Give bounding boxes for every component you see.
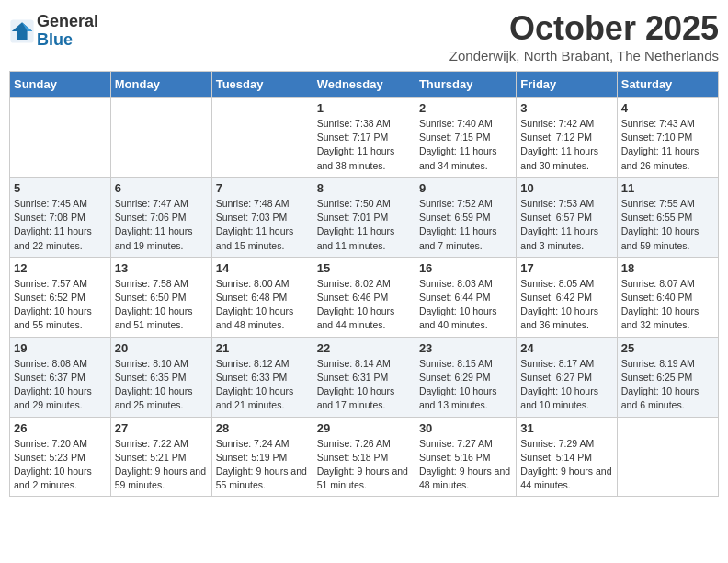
calendar-cell (110, 98, 211, 178)
calendar-cell (10, 98, 111, 178)
calendar-cell: 22Sunrise: 8:14 AM Sunset: 6:31 PM Dayli… (313, 337, 415, 417)
day-number: 6 (115, 181, 208, 195)
month-title: October 2025 (449, 9, 719, 48)
day-info: Sunrise: 7:20 AM Sunset: 5:23 PM Dayligh… (14, 437, 107, 493)
calendar-week-row: 19Sunrise: 8:08 AM Sunset: 6:37 PM Dayli… (10, 337, 719, 417)
logo-text: General Blue (37, 13, 98, 50)
day-info: Sunrise: 7:38 AM Sunset: 7:17 PM Dayligh… (317, 117, 411, 173)
calendar-cell: 31Sunrise: 7:29 AM Sunset: 5:14 PM Dayli… (517, 417, 617, 497)
weekday-header-friday: Friday (517, 72, 617, 98)
day-number: 4 (621, 101, 714, 115)
day-number: 17 (520, 261, 612, 275)
day-number: 1 (317, 101, 411, 115)
day-number: 27 (115, 421, 208, 435)
calendar-week-row: 12Sunrise: 7:57 AM Sunset: 6:52 PM Dayli… (10, 257, 719, 337)
calendar-cell: 12Sunrise: 7:57 AM Sunset: 6:52 PM Dayli… (10, 257, 111, 337)
day-info: Sunrise: 7:48 AM Sunset: 7:03 PM Dayligh… (216, 197, 309, 253)
calendar-cell: 23Sunrise: 8:15 AM Sunset: 6:29 PM Dayli… (415, 337, 516, 417)
calendar-cell: 17Sunrise: 8:05 AM Sunset: 6:42 PM Dayli… (517, 257, 617, 337)
calendar-cell: 3Sunrise: 7:42 AM Sunset: 7:12 PM Daylig… (517, 98, 617, 178)
title-block: October 2025 Zonderwijk, North Brabant, … (449, 9, 719, 63)
calendar-cell: 6Sunrise: 7:47 AM Sunset: 7:06 PM Daylig… (110, 177, 211, 257)
day-number: 22 (317, 341, 411, 355)
day-number: 31 (520, 421, 612, 435)
day-info: Sunrise: 8:05 AM Sunset: 6:42 PM Dayligh… (520, 277, 612, 333)
day-info: Sunrise: 8:00 AM Sunset: 6:48 PM Dayligh… (216, 277, 309, 333)
day-info: Sunrise: 7:26 AM Sunset: 5:18 PM Dayligh… (317, 437, 411, 493)
day-number: 13 (115, 261, 208, 275)
day-info: Sunrise: 7:50 AM Sunset: 7:01 PM Dayligh… (317, 197, 411, 253)
calendar-cell: 18Sunrise: 8:07 AM Sunset: 6:40 PM Dayli… (617, 257, 718, 337)
calendar-cell: 29Sunrise: 7:26 AM Sunset: 5:18 PM Dayli… (313, 417, 415, 497)
day-info: Sunrise: 8:19 AM Sunset: 6:25 PM Dayligh… (621, 357, 714, 413)
calendar-cell: 13Sunrise: 7:58 AM Sunset: 6:50 PM Dayli… (110, 257, 211, 337)
day-number: 21 (216, 341, 309, 355)
calendar-cell: 11Sunrise: 7:55 AM Sunset: 6:55 PM Dayli… (617, 177, 718, 257)
day-info: Sunrise: 8:02 AM Sunset: 6:46 PM Dayligh… (317, 277, 411, 333)
calendar-cell: 9Sunrise: 7:52 AM Sunset: 6:59 PM Daylig… (415, 177, 516, 257)
calendar-cell: 14Sunrise: 8:00 AM Sunset: 6:48 PM Dayli… (211, 257, 313, 337)
day-info: Sunrise: 7:42 AM Sunset: 7:12 PM Dayligh… (520, 117, 612, 173)
day-info: Sunrise: 7:40 AM Sunset: 7:15 PM Dayligh… (419, 117, 512, 173)
calendar-week-row: 5Sunrise: 7:45 AM Sunset: 7:08 PM Daylig… (10, 177, 719, 257)
calendar-cell: 26Sunrise: 7:20 AM Sunset: 5:23 PM Dayli… (10, 417, 111, 497)
day-number: 10 (520, 181, 612, 195)
day-info: Sunrise: 8:14 AM Sunset: 6:31 PM Dayligh… (317, 357, 411, 413)
day-number: 26 (14, 421, 107, 435)
calendar-cell: 8Sunrise: 7:50 AM Sunset: 7:01 PM Daylig… (313, 177, 415, 257)
day-info: Sunrise: 7:29 AM Sunset: 5:14 PM Dayligh… (520, 437, 612, 493)
day-info: Sunrise: 8:17 AM Sunset: 6:27 PM Dayligh… (520, 357, 612, 413)
day-info: Sunrise: 7:57 AM Sunset: 6:52 PM Dayligh… (14, 277, 107, 333)
day-number: 30 (419, 421, 512, 435)
day-number: 9 (419, 181, 512, 195)
calendar-cell: 4Sunrise: 7:43 AM Sunset: 7:10 PM Daylig… (617, 98, 718, 178)
calendar-cell: 27Sunrise: 7:22 AM Sunset: 5:21 PM Dayli… (110, 417, 211, 497)
day-info: Sunrise: 7:27 AM Sunset: 5:16 PM Dayligh… (419, 437, 512, 493)
weekday-header-wednesday: Wednesday (313, 72, 415, 98)
location: Zonderwijk, North Brabant, The Netherlan… (449, 48, 719, 63)
day-info: Sunrise: 7:52 AM Sunset: 6:59 PM Dayligh… (419, 197, 512, 253)
calendar-cell: 10Sunrise: 7:53 AM Sunset: 6:57 PM Dayli… (517, 177, 617, 257)
logo-icon (9, 18, 35, 44)
day-number: 16 (419, 261, 512, 275)
day-info: Sunrise: 7:47 AM Sunset: 7:06 PM Dayligh… (115, 197, 208, 253)
day-number: 25 (621, 341, 714, 355)
day-number: 24 (520, 341, 612, 355)
day-number: 8 (317, 181, 411, 195)
calendar-cell: 5Sunrise: 7:45 AM Sunset: 7:08 PM Daylig… (10, 177, 111, 257)
day-info: Sunrise: 8:03 AM Sunset: 6:44 PM Dayligh… (419, 277, 512, 333)
calendar-cell: 28Sunrise: 7:24 AM Sunset: 5:19 PM Dayli… (211, 417, 313, 497)
calendar-cell: 1Sunrise: 7:38 AM Sunset: 7:17 PM Daylig… (313, 98, 415, 178)
day-number: 7 (216, 181, 309, 195)
day-number: 18 (621, 261, 714, 275)
calendar-cell: 30Sunrise: 7:27 AM Sunset: 5:16 PM Dayli… (415, 417, 516, 497)
calendar-cell: 21Sunrise: 8:12 AM Sunset: 6:33 PM Dayli… (211, 337, 313, 417)
day-info: Sunrise: 8:08 AM Sunset: 6:37 PM Dayligh… (14, 357, 107, 413)
calendar-cell: 25Sunrise: 8:19 AM Sunset: 6:25 PM Dayli… (617, 337, 718, 417)
day-info: Sunrise: 7:24 AM Sunset: 5:19 PM Dayligh… (216, 437, 309, 493)
day-info: Sunrise: 8:07 AM Sunset: 6:40 PM Dayligh… (621, 277, 714, 333)
day-info: Sunrise: 7:43 AM Sunset: 7:10 PM Dayligh… (621, 117, 714, 173)
day-info: Sunrise: 8:15 AM Sunset: 6:29 PM Dayligh… (419, 357, 512, 413)
calendar-header-row: SundayMondayTuesdayWednesdayThursdayFrid… (10, 72, 719, 98)
logo: General Blue (9, 13, 98, 50)
day-info: Sunrise: 7:45 AM Sunset: 7:08 PM Dayligh… (14, 197, 107, 253)
day-info: Sunrise: 8:12 AM Sunset: 6:33 PM Dayligh… (216, 357, 309, 413)
calendar-table: SundayMondayTuesdayWednesdayThursdayFrid… (9, 71, 719, 497)
day-number: 11 (621, 181, 714, 195)
day-info: Sunrise: 7:53 AM Sunset: 6:57 PM Dayligh… (520, 197, 612, 253)
day-number: 14 (216, 261, 309, 275)
day-info: Sunrise: 7:58 AM Sunset: 6:50 PM Dayligh… (115, 277, 208, 333)
day-info: Sunrise: 7:22 AM Sunset: 5:21 PM Dayligh… (115, 437, 208, 493)
day-info: Sunrise: 7:55 AM Sunset: 6:55 PM Dayligh… (621, 197, 714, 253)
calendar-cell: 2Sunrise: 7:40 AM Sunset: 7:15 PM Daylig… (415, 98, 516, 178)
day-number: 29 (317, 421, 411, 435)
calendar-cell: 16Sunrise: 8:03 AM Sunset: 6:44 PM Dayli… (415, 257, 516, 337)
day-number: 12 (14, 261, 107, 275)
day-number: 3 (520, 101, 612, 115)
day-number: 23 (419, 341, 512, 355)
weekday-header-saturday: Saturday (617, 72, 718, 98)
calendar-cell: 19Sunrise: 8:08 AM Sunset: 6:37 PM Dayli… (10, 337, 111, 417)
calendar-cell (211, 98, 313, 178)
calendar-cell: 7Sunrise: 7:48 AM Sunset: 7:03 PM Daylig… (211, 177, 313, 257)
